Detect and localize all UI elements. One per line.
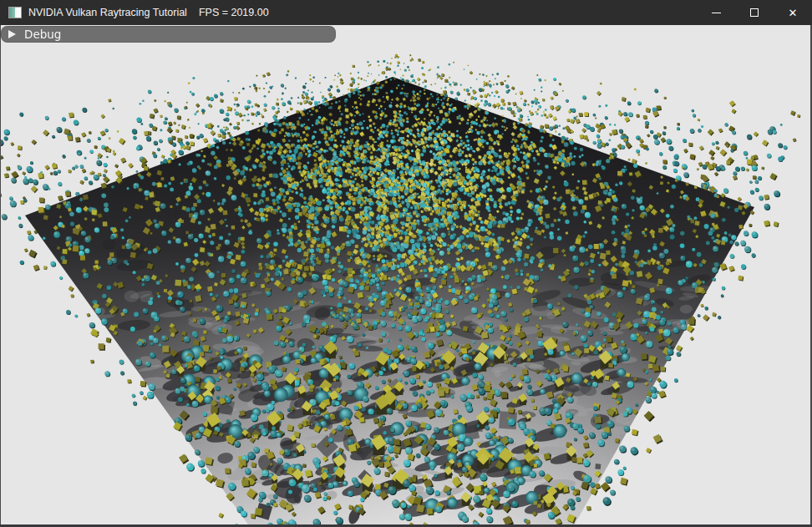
app-icon xyxy=(8,7,22,18)
minimize-icon xyxy=(712,13,721,13)
minimize-button[interactable] xyxy=(697,0,735,25)
window-titlebar[interactable]: NVIDIA Vulkan Raytracing Tutorial FPS = … xyxy=(0,0,812,25)
window-border-left xyxy=(0,25,1,527)
window-title: NVIDIA Vulkan Raytracing Tutorial xyxy=(28,7,187,18)
maximize-icon xyxy=(750,8,759,17)
maximize-button[interactable] xyxy=(735,0,774,25)
fps-counter: FPS = 2019.00 xyxy=(199,7,269,18)
close-icon: ✕ xyxy=(789,8,798,18)
close-button[interactable]: ✕ xyxy=(774,0,812,25)
app-window: NVIDIA Vulkan Raytracing Tutorial FPS = … xyxy=(0,0,812,527)
caret-right-icon xyxy=(8,30,16,38)
window-controls: ✕ xyxy=(697,0,812,25)
debug-collapsing-header[interactable]: Debug xyxy=(1,26,336,43)
render-viewport[interactable] xyxy=(0,0,812,527)
debug-header-label: Debug xyxy=(24,28,61,41)
